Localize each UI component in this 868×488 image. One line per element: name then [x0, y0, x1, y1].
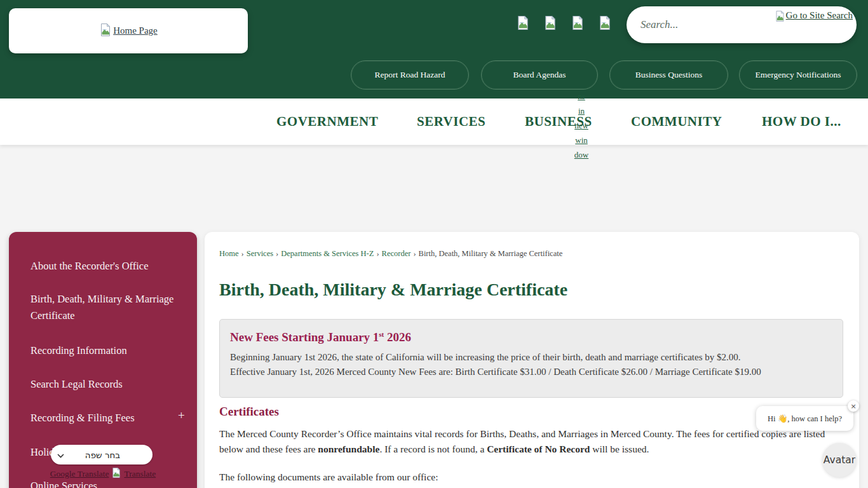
social-broken-image-icon[interactable] — [543, 15, 557, 31]
google-translate-attribution: Google Translate Translate — [34, 467, 172, 481]
documents-available-text: The following documents are available fr… — [219, 471, 438, 483]
breadcrumb: Home›Services›Departments & Services H-Z… — [219, 249, 562, 259]
search-input[interactable] — [641, 15, 761, 34]
language-selector[interactable]: בחר שפה — [51, 445, 153, 464]
main-nav: GOVERNMENT SERVICES BUSINESS COMMUNITY H… — [0, 98, 868, 145]
broken-image-icon — [775, 10, 785, 25]
chevron-down-icon — [57, 449, 64, 461]
translate-link[interactable]: Translate — [124, 469, 156, 479]
breadcrumb-recorder[interactable]: Recorder — [382, 249, 411, 258]
notice-line-2: Effective January 1st, 2026 Merced Count… — [230, 365, 832, 379]
sidebar: About the Recorder's Office Birth, Death… — [9, 232, 197, 488]
nav-services[interactable]: SERVICES — [417, 98, 485, 145]
opens-in-new-window-link[interactable]: ns in new win dow — [573, 89, 590, 162]
avatar-label: Avatar — [824, 454, 855, 466]
report-road-hazard-button[interactable]: Report Road Hazard — [351, 60, 469, 90]
notice-heading: New Fees Starting January 1st 2026 — [230, 330, 832, 344]
google-translate-link[interactable]: Google Translate — [50, 469, 109, 479]
chat-greeting-bubble[interactable]: Hi 👋, how can I help? — [756, 406, 853, 431]
breadcrumb-home[interactable]: Home — [219, 249, 239, 258]
home-logo-box[interactable]: Home Page — [9, 8, 248, 53]
sidebar-item-recording-information[interactable]: Recording Information — [31, 342, 183, 359]
emergency-notifications-button[interactable]: Emergency Notifications — [739, 60, 857, 90]
nav-government[interactable]: GOVERNMENT — [276, 98, 378, 145]
breadcrumb-departments[interactable]: Departments & Services H-Z — [281, 249, 374, 258]
page: Home Page Go to Site Search — [0, 0, 868, 488]
expand-plus-icon[interactable]: + — [178, 409, 191, 423]
nav-community[interactable]: COMMUNITY — [631, 98, 722, 145]
sidebar-item-birth-death-military-marriage[interactable]: Birth, Death, Military & Marriage Certif… — [31, 291, 177, 324]
chat-avatar[interactable]: Avatar — [822, 443, 857, 477]
breadcrumb-services[interactable]: Services — [247, 249, 273, 258]
nav-how-do-i[interactable]: HOW DO I... — [762, 98, 841, 145]
sidebar-item-search-legal-records[interactable]: Search Legal Records — [31, 376, 183, 393]
go-to-site-search-button[interactable]: Go to Site Search — [775, 10, 853, 25]
language-selector-label: בחר שפה — [64, 450, 153, 460]
broken-image-icon — [99, 23, 112, 39]
page-title: Birth, Death, Military & Marriage Certif… — [219, 280, 567, 300]
social-broken-image-icon[interactable] — [598, 15, 612, 31]
chat-greeting-text: Hi 👋, how can I help? — [768, 414, 842, 424]
chat-close-button[interactable]: × — [848, 400, 859, 412]
certificates-paragraph: The Merced County Recorder’s Office main… — [219, 426, 847, 456]
social-icons-row — [516, 15, 612, 31]
go-to-site-search-label: Go to Site Search — [786, 10, 853, 21]
close-icon: × — [850, 402, 856, 410]
header: Home Page Go to Site Search — [0, 0, 868, 98]
broken-image-icon — [111, 467, 121, 481]
home-page-link[interactable]: Home Page — [113, 25, 158, 36]
search-bar: Go to Site Search — [627, 6, 857, 43]
main-content: Home›Services›Departments & Services H-Z… — [205, 232, 859, 488]
breadcrumb-current: Birth, Death, Military & Marriage Certif… — [419, 249, 563, 258]
business-questions-button[interactable]: Business Questions — [609, 60, 728, 90]
sidebar-item-recording-filing-fees[interactable]: Recording & Filing Fees — [31, 410, 183, 426]
social-broken-image-icon[interactable] — [571, 15, 585, 31]
notice-line-1: Beginning January 1st 2026, the state of… — [230, 350, 832, 365]
social-broken-image-icon[interactable] — [516, 15, 530, 31]
certificates-heading: Certificates — [219, 405, 279, 419]
board-agendas-button[interactable]: Board Agendas — [481, 60, 598, 90]
sidebar-item-about-recorders-office[interactable]: About the Recorder's Office — [31, 258, 183, 274]
quick-links-row: Report Road Hazard Board Agendas Busines… — [0, 60, 868, 90]
new-fees-notice: New Fees Starting January 1st 2026 Begin… — [219, 319, 843, 398]
